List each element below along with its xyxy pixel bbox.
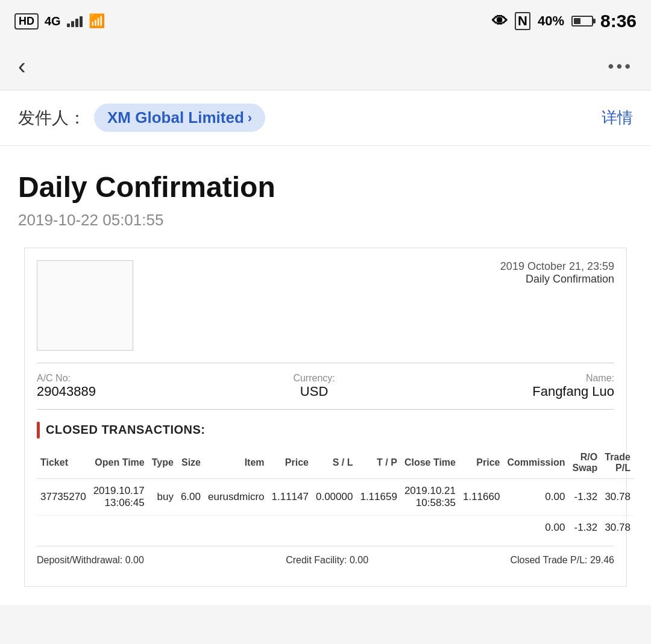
more-button[interactable]: ••• [608,57,633,76]
status-right: 👁 N 40% 8:36 [492,11,637,31]
footer-deposit: Deposit/Withdrawal: 0.00 [37,555,144,566]
footer-closed-pl: Closed Trade P/L: 29.46 [510,555,614,566]
wifi-icon: 📶 [89,13,105,29]
cell-size: 6.00 [177,478,204,515]
currency-value: USD [293,384,335,399]
nav-bar: ‹ ••• [0,42,651,90]
doc-header-right: 2019 October 21, 23:59 Daily Confirmatio… [500,260,614,286]
network-label: 4G [45,14,61,28]
table-footer: Deposit/Withdrawal: 0.00 Credit Facility… [37,546,614,574]
table-row: 37735270 2019.10.17 13:06:45 buy 6.00 eu… [37,478,634,515]
subtotal-spacer [37,515,503,540]
cell-type: buy [148,478,177,515]
col-sl: S / L [312,447,356,479]
document-area: 2019 October 21, 23:59 Daily Confirmatio… [24,248,627,587]
doc-header-date: 2019 October 21, 23:59 [500,260,614,273]
sender-label: 发件人： [18,107,86,130]
transactions-table: Ticket Open Time Type Size Item Price S … [37,447,634,540]
ac-value: 29043889 [37,384,96,399]
cell-close-time: 2019.10.21 10:58:35 [401,478,459,515]
name-value: Fangfang Luo [532,384,614,399]
doc-logo [37,260,133,351]
sender-left: 发件人： XM Global Limited › [18,104,265,132]
sender-name-button[interactable]: XM Global Limited › [94,104,265,132]
cell-item: eurusdmicro [204,478,268,515]
col-close-time: Close Time [401,447,459,479]
back-button[interactable]: ‹ [18,55,26,78]
section-title: CLOSED TRANSACTIONS: [46,423,205,437]
footer-credit: Credit Facility: 0.00 [286,555,368,566]
cell-price: 1.11147 [268,478,312,515]
cell-sl: 0.00000 [312,478,356,515]
name-label: Name: [532,373,614,384]
ac-number-item: A/C No: 29043889 [37,373,96,399]
cell-open-time: 2019.10.17 13:06:45 [90,478,148,515]
col-ticket: Ticket [37,447,90,479]
detail-button[interactable]: 详情 [602,107,633,128]
col-size: Size [177,447,204,479]
battery-icon [571,16,593,27]
col-type: Type [148,447,177,479]
status-bar: HD 4G 📶 👁 N 40% 8:36 [0,0,651,42]
subtotal-row: 0.00 -1.32 30.78 [37,515,634,540]
ac-label: A/C No: [37,373,96,384]
account-info: A/C No: 29043889 Currency: USD Name: Fan… [37,363,614,410]
sender-name: XM Global Limited [107,108,244,127]
section-border [37,422,40,439]
col-tp: T / P [356,447,400,479]
doc-header-title: Daily Confirmation [500,273,614,286]
cell-commission: 0.00 [503,478,568,515]
closed-transactions-header: CLOSED TRANSACTIONS: [37,422,614,439]
doc-header: 2019 October 21, 23:59 Daily Confirmatio… [37,260,614,351]
cell-close-price: 1.11660 [459,478,503,515]
battery-percent: 40% [538,13,564,29]
col-trade-pl: TradeP/L [601,447,634,479]
signal-icon [67,15,83,27]
cell-tp: 1.11659 [356,478,400,515]
col-open-time: Open Time [90,447,148,479]
email-content: Daily Confirmation 2019-10-22 05:01:55 2… [0,146,651,605]
table-header-row: Ticket Open Time Type Size Item Price S … [37,447,634,479]
sender-bar: 发件人： XM Global Limited › 详情 [0,90,651,146]
hd-badge: HD [14,13,39,30]
cell-trade-pl: 30.78 [601,478,634,515]
status-left: HD 4G 📶 [14,13,105,30]
email-date: 2019-10-22 05:01:55 [18,211,633,230]
cell-ro-swap: -1.32 [568,478,601,515]
col-price: Price [268,447,312,479]
subtotal-ro-swap: -1.32 [568,515,601,540]
nfc-icon: N [515,12,530,30]
time-display: 8:36 [600,11,637,31]
currency-item: Currency: USD [293,373,335,399]
subtotal-commission: 0.00 [503,515,568,540]
eye-icon: 👁 [492,12,508,31]
name-item: Name: Fangfang Luo [532,373,614,399]
col-ro-swap: R/OSwap [568,447,601,479]
email-title: Daily Confirmation [18,170,633,205]
col-commission: Commission [503,447,568,479]
chevron-icon: › [248,110,252,126]
cell-ticket: 37735270 [37,478,90,515]
subtotal-trade-pl: 30.78 [601,515,634,540]
currency-label: Currency: [293,373,335,384]
col-close-price: Price [459,447,503,479]
col-item: Item [204,447,268,479]
